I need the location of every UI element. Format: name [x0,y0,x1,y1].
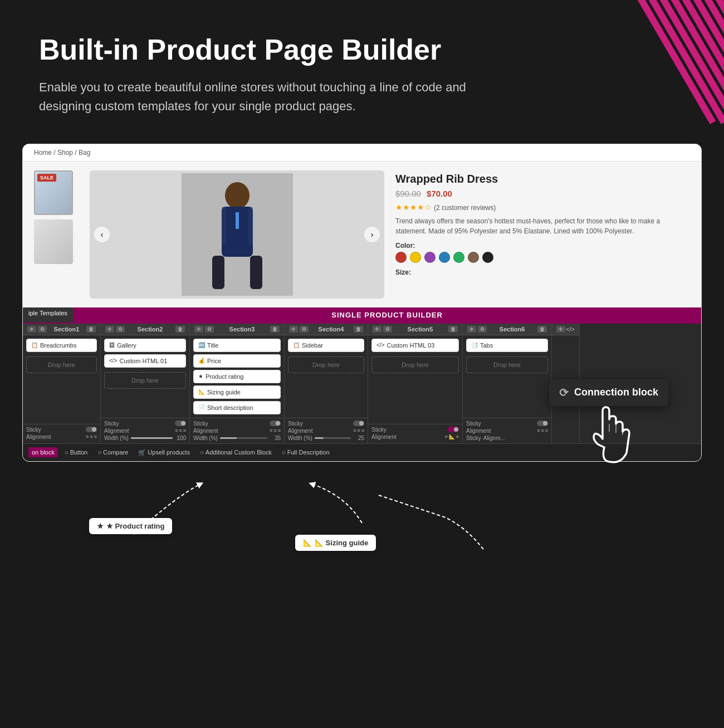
bb-button[interactable]: ○ Button [61,447,91,457]
section6-footer: Sticky Alignment ≡ ≡ ≡ Sticky Alignm... [463,418,551,443]
swatch-green[interactable] [453,252,464,263]
section1-sticky-toggle[interactable] [86,427,97,432]
section6-add-btn[interactable]: ✛ [467,326,476,333]
carousel-next-button[interactable]: › [364,227,380,242]
svg-point-10 [225,182,250,209]
product-price: $90.00 $70.00 [395,189,690,198]
swatch-yellow[interactable] [410,252,421,263]
section5-alignment[interactable]: ≡ 📐 ≡ [444,434,459,439]
stripe-decoration [568,0,724,138]
carousel-prev-button[interactable]: ‹ [94,227,110,242]
section1-add-btn[interactable]: ✛ [27,326,36,333]
section3-width-slider[interactable] [220,437,267,439]
section-col-2: ✛ ⚙ Section2 🗑 🖼 Gallery </> Custom HTML… [101,324,190,443]
section4-width-slider[interactable] [315,437,351,439]
thumbnail-2[interactable] [34,219,73,264]
section6-del-btn[interactable]: 🗑 [537,326,547,333]
gallery-block[interactable]: 🖼 Gallery [104,339,186,352]
section5-del-btn[interactable]: 🗑 [448,326,458,333]
title-icon: 🔤 [198,342,205,348]
section5-gear-btn[interactable]: ⚙ [383,326,392,333]
swatch-brown[interactable] [468,252,479,263]
section5-footer: Sticky Alignment ≡ 📐 ≡ Width (%) [368,424,462,443]
bb-compare[interactable]: ○ Compare [94,447,131,457]
annotation-sizing-guide: 📐 📐 Sizing guide [295,535,376,551]
price-icon: 💰 [198,358,205,364]
section2-title: Section2 [138,326,163,333]
section3-header: ✛ ⚙ Section3 🗑 [190,324,284,335]
swatch-blue[interactable] [439,252,450,263]
breadcrumbs-block[interactable]: 📋 Breadcrumbs [26,339,97,352]
section4-del-btn[interactable]: 🗑 [354,326,363,333]
section1-gear-btn[interactable]: ⚙ [38,326,47,333]
custom-html-01-icon: </> [109,358,117,364]
section2-footer: Sticky Alignment ≡ ≡ ≡ Width (%) [101,418,189,443]
section1-header: ✛ ⚙ Section1 🗑 [23,324,100,335]
section3-width-row: Width (%) 35 [193,435,281,441]
product-name: Wrapped Rib Dress [395,173,690,185]
section-col-5: ✛ ⚙ Section5 🗑 </> Custom HTML 03 Drop h… [368,324,463,443]
section5-sticky-toggle[interactable] [448,427,459,432]
section1-drop-zone[interactable]: Drop here [26,356,97,373]
bb-on-block[interactable]: on block [28,447,58,457]
section2-drop-zone[interactable]: Drop here [104,372,186,389]
templates-tab[interactable]: iple Templates [23,307,73,323]
bb-additional-custom[interactable]: ○ Additional Custom Block [197,447,275,457]
bb-full-description[interactable]: ○ Full Description [278,447,332,457]
swatch-black[interactable] [482,252,493,263]
section6-alignment[interactable]: ≡ ≡ ≡ [537,428,548,433]
section5-drop-zone[interactable]: Drop here [371,356,459,373]
sizing-guide-annotation-icon: 📐 [303,539,312,547]
section6-drop-zone[interactable]: Drop here [466,356,548,373]
section3-sticky-toggle[interactable] [270,421,281,426]
bb-upsell[interactable]: 🛒 Upsell products [135,447,193,458]
section5-add-controls: ✛ ⚙ [373,326,392,333]
custom-html-03-block[interactable]: </> Custom HTML 03 [371,339,459,352]
product-thumbnails: SALE [34,170,79,299]
section6-sticky-toggle[interactable] [537,421,548,426]
sizing-guide-block[interactable]: 📐 Sizing guide [193,385,281,399]
section6-gear-btn[interactable]: ⚙ [478,326,487,333]
tabs-icon: 📑 [471,342,478,348]
section3-alignment[interactable]: ≡ ≡ ≡ [270,428,281,433]
section2-del-btn[interactable]: 🗑 [175,326,185,333]
hero-subtitle: Enable you to create beautiful online st… [39,78,518,116]
thumbnail-main[interactable]: SALE [34,170,73,215]
section4-drop-zone[interactable]: Drop here [288,356,364,373]
section3-gear-btn[interactable]: ⚙ [205,326,214,333]
section1-del-btn[interactable]: 🗑 [86,326,96,333]
short-description-block[interactable]: 📄 Short description [193,401,281,414]
section3-del-btn[interactable]: 🗑 [270,326,280,333]
section4-sticky-toggle[interactable] [353,421,364,426]
section-extra-add-btn[interactable]: ✛ [556,326,565,333]
hero-section: Built-in Product Page Builder Enable you… [0,0,724,138]
section2-width-slider[interactable] [131,437,173,439]
section2-sticky-toggle[interactable] [175,421,186,426]
sidebar-block[interactable]: 📋 Sidebar [288,339,364,352]
section1-add-controls: ✛ ⚙ [27,326,47,333]
swatch-purple[interactable] [424,252,436,263]
section2-alignment[interactable]: ≡ ≡ ≡ [175,428,186,433]
section1-alignment[interactable]: ≡ ≡ ≡ [86,434,97,439]
section5-add-btn[interactable]: ✛ [373,326,381,333]
section3-add-btn[interactable]: ✛ [194,326,203,333]
section4-add-btn[interactable]: ✛ [289,326,298,333]
section5-title: Section5 [408,326,433,333]
color-label: Color: [395,242,690,250]
custom-html-01-block[interactable]: </> Custom HTML 01 [104,354,186,368]
product-rating-block[interactable]: ★ Product rating [193,370,281,383]
section4-add-controls: ✛ ⚙ [289,326,309,333]
title-block[interactable]: 🔤 Title [193,339,281,352]
section2-add-btn[interactable]: ✛ [105,326,114,333]
section2-gear-btn[interactable]: ⚙ [116,326,125,333]
hero-title: Built-in Product Page Builder [39,33,473,67]
section4-body: 📋 Sidebar Drop here [285,335,368,418]
price-block[interactable]: 💰 Price [193,354,281,368]
breadcrumb: Home / Shop / Bag [23,144,701,162]
section-extra-icon: </> [566,326,575,333]
section4-alignment[interactable]: ≡ ≡ ≡ [353,428,364,433]
section4-gear-btn[interactable]: ⚙ [300,326,309,333]
swatch-red[interactable] [395,252,407,263]
product-description: Trend always offers the season's hottest… [395,216,690,236]
tabs-block[interactable]: 📑 Tabs [466,339,548,352]
